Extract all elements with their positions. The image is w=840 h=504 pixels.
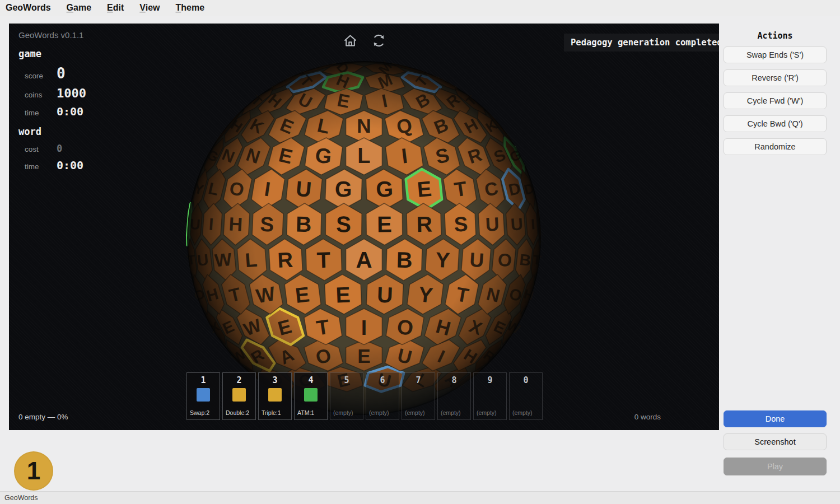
tile-letter: A — [356, 248, 372, 273]
tile-letter: T — [532, 253, 542, 268]
inventory-slot-1[interactable]: 1Swap:2 — [186, 372, 220, 420]
slot-label: Swap:2 — [190, 409, 209, 416]
menu-item-edit[interactable]: Edit — [107, 3, 124, 13]
tile-letter: E — [377, 212, 392, 237]
tile-letter: U — [196, 251, 209, 269]
tile-letter: G — [376, 176, 394, 202]
tile-letter: E — [294, 282, 311, 307]
coins-value: 1000 — [57, 86, 86, 100]
slot-key: 7 — [402, 375, 435, 385]
tile-letter: W — [214, 249, 233, 271]
tile-letter: E — [335, 283, 351, 307]
game-stats-heading: game — [18, 48, 86, 59]
inventory-slot-5[interactable]: 5(empty) — [330, 372, 363, 420]
tile-letter: G — [334, 176, 352, 202]
menu-item-view[interactable]: View — [139, 3, 160, 13]
empty-tiles-status: 0 empty — 0% — [18, 413, 68, 421]
slot-key: 8 — [438, 375, 470, 385]
inventory-slot-7[interactable]: 7(empty) — [402, 372, 435, 420]
home-icon[interactable] — [343, 33, 358, 48]
tile-letter: E — [357, 345, 370, 367]
action-button-cycle[interactable]: Cycle Bwd ('Q') — [724, 115, 827, 132]
tile-letter: R — [277, 248, 293, 272]
coin-badge: 1 — [14, 451, 53, 491]
item-icon — [232, 388, 246, 402]
play-button[interactable]: Play — [724, 458, 827, 475]
menu-item-game[interactable]: Game — [67, 3, 91, 13]
action-button-reverse[interactable]: Reverse ('R') — [724, 69, 827, 86]
letter-sphere[interactable]: TTTTXWHOGGYDWRDMKHUITTUAHRUBEEOHRHNSHMLD… — [9, 24, 719, 430]
tile-letter: I — [361, 316, 367, 339]
slot-key: 4 — [295, 375, 327, 385]
game-canvas: TTTTXWHOGGYDWRDMKHUITTUAHRUBEEOHRHNSHMLD… — [9, 24, 719, 430]
slot-label: ATM:1 — [297, 409, 314, 416]
slot-label: Triple:1 — [262, 409, 281, 416]
tile-letter: U — [377, 283, 394, 307]
tile-letter: U — [295, 176, 313, 202]
item-icon — [268, 388, 282, 402]
tile-letter: L — [357, 144, 370, 167]
status-bar: GeoWords — [0, 491, 840, 504]
slot-label: Double:2 — [226, 409, 249, 416]
stats-panel: game score 0 coins 1000 time 0:00 word c… — [18, 48, 86, 176]
word-cost-row: cost 0 — [18, 143, 86, 154]
inventory-slot-6[interactable]: 6(empty) — [366, 372, 399, 420]
tile-letter: O — [497, 249, 512, 270]
word-time-label: time — [25, 162, 57, 171]
inventory-slot-4[interactable]: 4ATM:1 — [294, 372, 328, 420]
tile-letter: U — [189, 216, 201, 233]
app-version: GeoWords v0.1.1 — [18, 30, 83, 40]
slot-key: 5 — [330, 375, 363, 385]
action-button-swap[interactable]: Swap Ends ('S') — [724, 46, 827, 63]
slot-key: 0 — [510, 375, 542, 385]
refresh-icon[interactable] — [371, 33, 386, 48]
inventory-slot-8[interactable]: 8(empty) — [437, 372, 471, 420]
tile-letter: U — [485, 213, 500, 235]
tile-letter: B — [396, 248, 413, 273]
word-time-row: time 0:00 — [18, 158, 86, 172]
slot-key: 6 — [366, 375, 399, 385]
word-cost-value: 0 — [57, 143, 62, 154]
done-button[interactable]: Done — [724, 410, 827, 427]
inventory-slot-0[interactable]: 0(empty) — [509, 372, 543, 420]
tile-letter: U — [469, 249, 484, 272]
score-row: score 0 — [18, 65, 86, 82]
tile-letter: U — [510, 214, 524, 234]
word-count-status: 0 words — [634, 413, 661, 421]
coins-label: coins — [25, 91, 57, 99]
action-button-randomize[interactable]: Randomize — [724, 138, 827, 155]
coins-row: coins 1000 — [18, 86, 86, 100]
tile-letter: Y — [435, 248, 450, 272]
inventory-bar: 1Swap:22Double:23Triple:14ATM:15(empty)6… — [186, 372, 545, 420]
item-icon — [197, 388, 210, 402]
inventory-slot-2[interactable]: 2Double:2 — [222, 372, 256, 420]
word-stats-heading: word — [18, 126, 86, 137]
tile-letter: S — [260, 213, 274, 236]
inventory-slot-3[interactable]: 3Triple:1 — [258, 372, 292, 420]
action-button-cycle[interactable]: Cycle Fwd ('W') — [724, 92, 827, 109]
slot-label: (empty) — [405, 409, 425, 416]
menu-item-app[interactable]: GeoWords — [6, 3, 51, 13]
slot-label: (empty) — [369, 409, 389, 416]
tile-letter: L — [244, 249, 258, 272]
slot-key: 9 — [474, 375, 506, 385]
slot-label: (empty) — [441, 409, 461, 416]
tile-letter: B — [296, 212, 312, 237]
notification-toast: Pedagogy generation completed — [564, 34, 719, 52]
tile-letter: B — [519, 251, 531, 269]
tile-letter: H — [228, 213, 243, 235]
screenshot-button[interactable]: Screenshot — [724, 433, 827, 450]
word-time-value: 0:00 — [57, 158, 83, 172]
slot-label: (empty) — [333, 409, 353, 416]
item-icon — [304, 388, 318, 402]
tile-letter: N — [357, 115, 371, 137]
inventory-slot-9[interactable]: 9(empty) — [473, 372, 507, 420]
game-time-row: time 0:00 — [18, 105, 86, 118]
menu-bar: GeoWordsGameEditViewTheme — [0, 0, 840, 16]
tile-letter: O — [395, 315, 414, 340]
tile-letter: E — [416, 176, 432, 202]
menu-item-theme[interactable]: Theme — [176, 3, 205, 13]
tile-letter: R — [416, 212, 432, 237]
word-cost-label: cost — [25, 145, 57, 153]
slot-key: 2 — [223, 375, 255, 385]
